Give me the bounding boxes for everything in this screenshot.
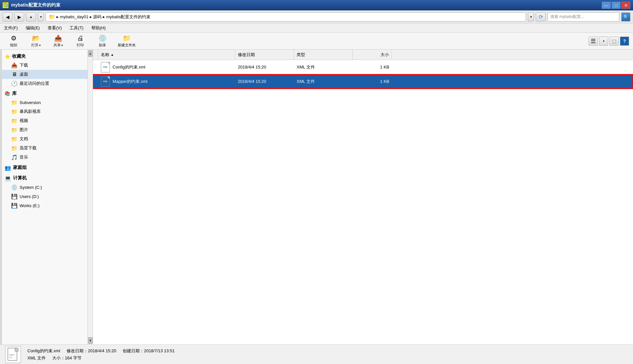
video-icon: 📁 xyxy=(11,117,18,124)
col-name-label: 名称 xyxy=(101,52,109,58)
documents-label: 文档 xyxy=(20,136,28,142)
menu-file[interactable]: 文件(F) xyxy=(3,24,19,32)
print-icon: 🖨 xyxy=(77,35,84,42)
sidebar-item-video[interactable]: 📁 视频 xyxy=(2,116,93,125)
sidebar-item-documents[interactable]: 📁 文档 xyxy=(2,134,93,144)
status-size: 大小：164 字节 xyxy=(52,355,82,361)
homegroup-header[interactable]: 👥 家庭组 xyxy=(2,163,93,172)
new-folder-icon: 📁 xyxy=(123,34,131,42)
favorites-label: 收藏夹 xyxy=(12,53,26,59)
col-header-type[interactable]: 类型 xyxy=(294,50,353,60)
thunder-icon: 📁 xyxy=(11,145,18,151)
favorites-header[interactable]: ⭐ 收藏夹 xyxy=(2,52,93,61)
col-date-label: 修改日期 xyxy=(238,52,255,58)
computer-icon: 💻 xyxy=(5,175,11,181)
status-info: Config的约束.xml 修改日期：2018/4/4 15:20 创建日期：2… xyxy=(27,348,175,361)
file-row-mapper[interactable]: XML Mapper的约束.xml 2018/4/4 15:20 XML 文件 … xyxy=(93,74,633,89)
c-drive-label: System (C:) xyxy=(20,185,42,190)
search-box[interactable]: 搜索 mybatis配置... xyxy=(548,12,619,22)
sidebar-scrollbar-left xyxy=(0,50,2,344)
refresh-button[interactable]: ⟳ xyxy=(536,12,546,22)
menu-view[interactable]: 查看(V) xyxy=(46,24,63,32)
sidebar-item-desktop[interactable]: 🖥 桌面 xyxy=(2,70,93,79)
burn-icon: 💿 xyxy=(99,34,107,42)
mapper-size: 1 KB xyxy=(353,74,392,88)
sort-arrow-icon: ▲ xyxy=(111,53,114,56)
menu-edit[interactable]: 编辑(E) xyxy=(24,24,41,32)
help-button[interactable]: ? xyxy=(620,37,629,46)
music-icon: 🎵 xyxy=(11,154,18,160)
library-header[interactable]: 📚 库 xyxy=(2,89,93,98)
download-icon: 📥 xyxy=(11,62,18,68)
recent-icon: 🕐 xyxy=(11,80,18,87)
sidebar-item-music[interactable]: 🎵 音乐 xyxy=(2,153,93,162)
homegroup-label: 家庭组 xyxy=(13,165,27,171)
status-modified: 修改日期：2018/4/4 15:20 xyxy=(67,348,116,354)
sidebar-item-storm[interactable]: 📁 暴风影视库 xyxy=(2,107,93,116)
file-name-mapper: XML Mapper的约束.xml xyxy=(98,74,235,88)
maximize-button[interactable]: □ xyxy=(611,2,621,9)
col-type-label: 类型 xyxy=(297,52,305,58)
toolbar: ⚙ 组织 📂 打开 ▾ 📤 共享 ▾ 🖨 打印 💿 刻录 📁 新建文件夹 ☰ ▾… xyxy=(0,33,633,50)
sidebar-scrollbar[interactable]: ▲ ▼ xyxy=(87,50,93,344)
view-list-button[interactable]: ☰ xyxy=(589,37,598,46)
toolbar-right: ☰ ▾ ⬚ ? xyxy=(589,37,629,46)
scroll-up-button[interactable]: ▲ xyxy=(88,50,93,57)
address-bar: ◀ ▶ ▲ ▾ 📁 ▸ mybatis_day01 ▸ 源码 ▸ mybatis… xyxy=(0,10,633,23)
share-button[interactable]: 📤 共享 ▾ xyxy=(48,34,68,48)
subversion-folder-icon: 📁 xyxy=(11,99,18,106)
sidebar-item-thunder[interactable]: 📁 迅雷下载 xyxy=(2,144,93,153)
thunder-label: 迅雷下载 xyxy=(20,145,37,151)
organize-icon: ⚙ xyxy=(11,34,17,42)
sidebar-item-c-drive[interactable]: 💿 System (C:) xyxy=(2,183,93,192)
library-icon: 📚 xyxy=(5,91,10,96)
favorites-section: ⭐ 收藏夹 📥 下载 🖥 桌面 🕐 最近访问的位置 xyxy=(2,52,93,88)
preview-pane-button[interactable]: ⬚ xyxy=(610,37,619,46)
file-row-config[interactable]: XML Config的约束.xml 2018/4/4 15:20 XML 文件 … xyxy=(93,60,633,74)
path-dropdown-button[interactable]: ▾ xyxy=(528,12,534,22)
back-button[interactable]: ◀ xyxy=(3,12,12,22)
col-header-name[interactable]: 名称 ▲ xyxy=(98,50,235,60)
col-header-date[interactable]: 修改日期 xyxy=(235,50,294,60)
sidebar-item-recent[interactable]: 🕐 最近访问的位置 xyxy=(2,79,93,88)
scroll-down-button[interactable]: ▼ xyxy=(88,337,93,344)
sidebar: ⭐ 收藏夹 📥 下载 🖥 桌面 🕐 最近访问的位置 xyxy=(0,50,93,344)
status-row-2: XML 文件 大小：164 字节 xyxy=(27,355,175,361)
up-button[interactable]: ▲ xyxy=(26,12,36,22)
config-date: 2018/4/4 15:20 xyxy=(235,60,294,74)
burn-button[interactable]: 💿 刻录 xyxy=(93,34,112,48)
main-area: ⭐ 收藏夹 📥 下载 🖥 桌面 🕐 最近访问的位置 xyxy=(0,50,633,344)
close-button[interactable]: ✕ xyxy=(621,2,630,9)
address-path[interactable]: 📁 ▸ mybatis_day01 ▸ 源码 ▸ mybatis配置文件的约束 xyxy=(46,12,526,22)
subversion-label: Subversion xyxy=(20,100,41,105)
minimize-button[interactable]: — xyxy=(602,2,611,9)
menu-tools[interactable]: 工具(T) xyxy=(68,24,85,32)
e-drive-icon: 💾 xyxy=(11,202,18,209)
d-drive-label: Users (D:) xyxy=(20,194,39,199)
sidebar-item-e-drive[interactable]: 💾 Works (E:) xyxy=(2,201,93,210)
organize-button[interactable]: ⚙ 组织 xyxy=(4,34,23,48)
search-placeholder: 搜索 mybatis配置... xyxy=(550,14,584,20)
music-label: 音乐 xyxy=(20,154,28,160)
homegroup-section: 👥 家庭组 xyxy=(2,163,93,172)
video-label: 视频 xyxy=(20,118,28,124)
sidebar-item-d-drive[interactable]: 💾 Users (D:) xyxy=(2,192,93,201)
forward-button[interactable]: ▶ xyxy=(14,12,24,22)
mapper-filename: Mapper的约束.xml xyxy=(113,79,147,84)
view-dropdown[interactable]: ▾ xyxy=(599,37,608,46)
sidebar-item-pictures[interactable]: 📁 图片 xyxy=(2,125,93,134)
computer-section: 💻 计算机 💿 System (C:) 💾 Users (D:) 💾 Works… xyxy=(2,174,93,210)
sidebar-item-subversion[interactable]: 📁 Subversion xyxy=(2,98,93,107)
menu-help[interactable]: 帮助(H) xyxy=(90,24,107,32)
print-button[interactable]: 🖨 打印 xyxy=(70,34,90,48)
xml-file-icon-mapper: XML xyxy=(101,76,110,87)
new-folder-button[interactable]: 📁 新建文件夹 xyxy=(115,34,139,48)
col-header-size[interactable]: 大小 xyxy=(353,50,392,60)
title-bar-left: mybatis配置文件的约束 xyxy=(3,2,60,8)
computer-header[interactable]: 💻 计算机 xyxy=(2,174,93,183)
search-button[interactable]: 🔍 xyxy=(621,12,630,22)
sidebar-item-download[interactable]: 📥 下载 xyxy=(2,61,93,70)
open-button[interactable]: 📂 打开 ▾ xyxy=(26,34,46,48)
path-text: ▸ mybatis_day01 ▸ 源码 ▸ mybatis配置文件的约束 xyxy=(56,14,150,20)
nav-dropdown[interactable]: ▾ xyxy=(38,12,44,22)
